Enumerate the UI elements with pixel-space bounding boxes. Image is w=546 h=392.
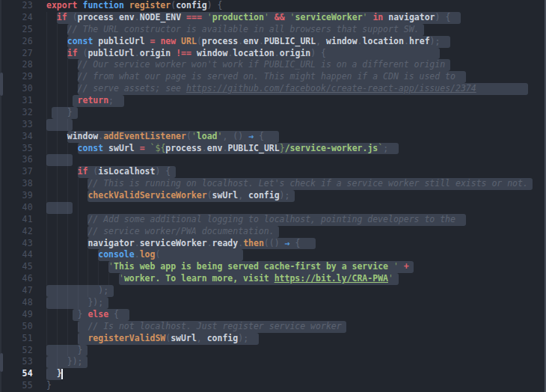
code-text: if (process.env.NODE_ENV === 'production…	[46, 12, 546, 24]
line-content	[46, 119, 546, 131]
line-content: });	[46, 356, 546, 368]
line-number: 28	[0, 59, 33, 71]
line-number: 30	[0, 83, 33, 95]
code-text	[46, 119, 546, 131]
code-text: // The URL constructor is available in a…	[46, 24, 546, 36]
code-line[interactable]: 47 );	[0, 285, 546, 297]
code-line[interactable]: 25 // The URL constructor is available i…	[0, 24, 546, 36]
code-line[interactable]: 27 if (publicUrl.origin !== window.locat…	[0, 48, 546, 60]
line-content: registerValidSW(swUrl, config);	[46, 333, 546, 345]
code-text: }	[46, 368, 546, 380]
code-text: // from what our page is served on. This…	[46, 71, 546, 83]
code-line[interactable]: 41 // Add some additional logging to loc…	[0, 214, 546, 226]
left-scrollbar-thumb[interactable]	[0, 73, 3, 96]
code-text: }	[46, 380, 546, 392]
code-line[interactable]: 26 const publicUrl = new URL(process.env…	[0, 36, 546, 48]
line-number: 55	[0, 380, 33, 392]
code-text: registerValidSW(swUrl, config);	[46, 333, 546, 345]
code-line[interactable]: 44 console.log(	[0, 249, 546, 261]
code-line[interactable]: 24 if (process.env.NODE_ENV === 'product…	[0, 12, 546, 24]
code-line[interactable]: 33	[0, 119, 546, 131]
code-line[interactable]: 31 return;	[0, 95, 546, 107]
code-text: });	[46, 356, 546, 368]
code-line[interactable]: 37 if (isLocalhost) {	[0, 166, 546, 178]
code-line[interactable]: 54 }	[0, 368, 546, 380]
code-text	[46, 154, 546, 166]
code-text: const publicUrl = new URL(process.env.PU…	[46, 36, 546, 48]
code-text: });	[46, 297, 546, 309]
line-number: 29	[0, 71, 33, 83]
code-line[interactable]: 34 window.addEventListener('load', () ⇒ …	[0, 131, 546, 143]
code-text: // Add some additional logging to localh…	[46, 214, 546, 226]
code-text: window.addEventListener('load', () ⇒ {	[46, 131, 546, 143]
code-line[interactable]: 52 }	[0, 345, 546, 357]
code-line[interactable]: 46 'worker. To learn more, visit https:/…	[0, 273, 546, 285]
code-line[interactable]: 40	[0, 202, 546, 214]
line-content: export function register(config) {	[46, 0, 546, 12]
code-text: if (isLocalhost) {	[46, 166, 546, 178]
line-number: 50	[0, 321, 33, 333]
code-line[interactable]: 38 // This is running on localhost. Let'…	[0, 178, 546, 190]
code-text: const swUrl = `${process.env.PUBLIC_URL}…	[46, 143, 546, 155]
code-line[interactable]: 45 'This web app is being served cache-f…	[0, 261, 546, 273]
line-number: 37	[0, 166, 33, 178]
code-text: console.log(	[46, 249, 546, 261]
code-line[interactable]: 32 }	[0, 107, 546, 119]
code-line[interactable]: 50 // Is not localhost. Just register se…	[0, 321, 546, 333]
line-content: 'This web app is being served cache-firs…	[46, 261, 546, 273]
code-line[interactable]: 43 navigator.serviceWorker.ready.then(()…	[0, 238, 546, 250]
code-text: // service worker/PWA documentation.	[46, 226, 546, 238]
left-scrollbar-thumb[interactable]	[0, 353, 3, 372]
code-text: checkValidServiceWorker(swUrl, config);	[46, 190, 546, 202]
line-number: 26	[0, 36, 33, 48]
code-line[interactable]: 35 const swUrl = `${process.env.PUBLIC_U…	[0, 143, 546, 155]
line-number: 36	[0, 154, 33, 166]
code-line[interactable]: 48 });	[0, 297, 546, 309]
line-content: navigator.serviceWorker.ready.then(() ⇒ …	[46, 238, 546, 250]
code-line[interactable]: 49 } else {	[0, 309, 546, 321]
line-number: 32	[0, 107, 33, 119]
code-line[interactable]: 28 // Our service worker won't work if P…	[0, 59, 546, 71]
code-line[interactable]: 23export function register(config) {	[0, 0, 546, 12]
code-line[interactable]: 51 registerValidSW(swUrl, config);	[0, 333, 546, 345]
line-number: 40	[0, 202, 33, 214]
code-editor[interactable]: 23export function register(config) {24 i…	[0, 0, 546, 392]
left-overview-ruler	[0, 0, 1, 392]
code-line[interactable]: 39 checkValidServiceWorker(swUrl, config…	[0, 190, 546, 202]
code-line[interactable]: 29 // from what our page is served on. T…	[0, 71, 546, 83]
code-text: );	[46, 285, 546, 297]
line-content: // serve assets; see https://github.com/…	[46, 83, 546, 95]
line-number: 27	[0, 48, 33, 60]
code-line[interactable]: 53 });	[0, 356, 546, 368]
code-text: }	[46, 107, 546, 119]
code-text: // Our service worker won't work if PUBL…	[46, 59, 546, 71]
line-content: });	[46, 297, 546, 309]
line-content: return;	[46, 95, 546, 107]
line-content	[46, 202, 546, 214]
code-text: return;	[46, 95, 546, 107]
line-number: 41	[0, 214, 33, 226]
text-cursor	[61, 369, 63, 379]
code-line[interactable]: 55}	[0, 380, 546, 392]
line-content: // Add some additional logging to localh…	[46, 214, 546, 226]
line-number: 43	[0, 238, 33, 250]
line-number: 51	[0, 333, 33, 345]
line-content: window.addEventListener('load', () ⇒ {	[46, 131, 546, 143]
line-number: 24	[0, 12, 33, 24]
line-number: 38	[0, 178, 33, 190]
code-line[interactable]: 42 // service worker/PWA documentation.	[0, 226, 546, 238]
line-number: 34	[0, 131, 33, 143]
line-content: // The URL constructor is available in a…	[46, 24, 546, 36]
line-content: // Is not localhost. Just register servi…	[46, 321, 546, 333]
line-number: 31	[0, 95, 33, 107]
code-line[interactable]: 36	[0, 154, 546, 166]
code-text: 'This web app is being served cache-firs…	[46, 261, 546, 273]
code-text: if (publicUrl.origin !== window.location…	[46, 48, 546, 60]
line-number: 39	[0, 190, 33, 202]
line-content: );	[46, 285, 546, 297]
code-text: 'worker. To learn more, visit https://bi…	[46, 273, 546, 285]
code-line[interactable]: 30 // serve assets; see https://github.c…	[0, 83, 546, 95]
line-number: 35	[0, 143, 33, 155]
line-content: // Our service worker won't work if PUBL…	[46, 59, 546, 71]
line-content: const swUrl = `${process.env.PUBLIC_URL}…	[46, 143, 546, 155]
